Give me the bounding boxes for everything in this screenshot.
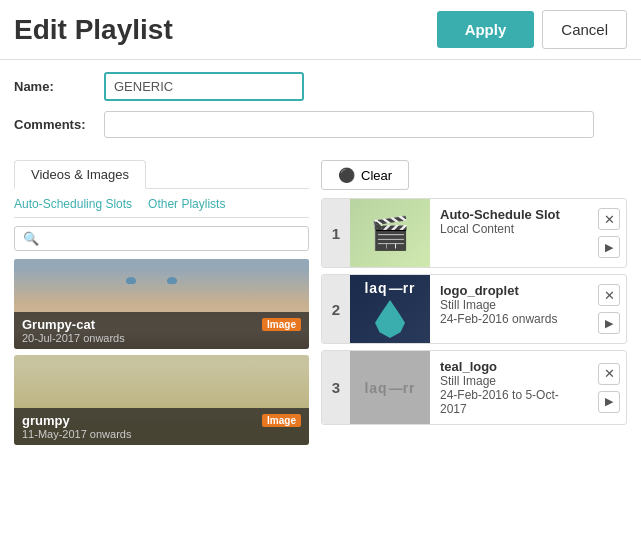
name-row: Name:	[14, 72, 627, 101]
film-icon: 🎬	[370, 214, 410, 252]
search-icon: 🔍	[23, 231, 39, 246]
droplet-icon	[375, 300, 405, 338]
media-name-1: Grumpy-cat Image	[22, 317, 301, 332]
tab-videos-images[interactable]: Videos & Images	[14, 160, 146, 189]
clear-icon: ⚫	[338, 167, 355, 183]
expand-button-2[interactable]: ▶	[598, 312, 620, 334]
main-content: Videos & Images Auto-Scheduling Slots Ot…	[0, 160, 641, 445]
list-item[interactable]: grumpy Image 11-May-2017 onwards	[14, 355, 309, 445]
tab-bar: Videos & Images	[14, 160, 309, 189]
playlist-date-3: 24-Feb-2016 to 5-Oct-2017	[440, 388, 582, 416]
playlist-thumb-3: laq⸻rr	[350, 351, 430, 424]
playlist-actions-3: ✕ ▶	[592, 351, 626, 424]
laqrr-logo-gray: laq⸻rr	[364, 380, 415, 396]
list-item[interactable]: Grumpy-cat Image 20-Jul-2017 onwards	[14, 259, 309, 349]
right-panel: ⚫ Clear 1 🎬 Auto-Schedule Slot Local Con…	[321, 160, 627, 445]
playlist-info-3: teal_logo Still Image 24-Feb-2016 to 5-O…	[430, 351, 592, 424]
playlist-subtitle-3: Still Image	[440, 374, 582, 388]
playlist-info-1: Auto-Schedule Slot Local Content	[430, 199, 592, 267]
comments-row: Comments:	[14, 111, 627, 138]
table-row: 2 laq⸻rr logo_droplet Still Image 24-Feb…	[321, 274, 627, 344]
comments-input[interactable]	[104, 111, 594, 138]
media-overlay-2: grumpy Image 11-May-2017 onwards	[14, 408, 309, 445]
laqrr-logo-text: laq⸻rr	[364, 280, 415, 296]
search-box: 🔍	[14, 226, 309, 251]
media-list: Grumpy-cat Image 20-Jul-2017 onwards gru…	[14, 259, 309, 445]
header: Edit Playlist Apply Cancel	[0, 0, 641, 60]
expand-button-1[interactable]: ▶	[598, 236, 620, 258]
table-row: 3 laq⸻rr teal_logo Still Image 24-Feb-20…	[321, 350, 627, 425]
playlist-info-2: logo_droplet Still Image 24-Feb-2016 onw…	[430, 275, 592, 343]
playlist-thumb-1: 🎬	[350, 199, 430, 267]
media-date-2: 11-May-2017 onwards	[22, 428, 301, 440]
sub-nav: Auto-Scheduling Slots Other Playlists	[14, 189, 309, 218]
remove-button-2[interactable]: ✕	[598, 284, 620, 306]
media-date-1: 20-Jul-2017 onwards	[22, 332, 301, 344]
remove-button-1[interactable]: ✕	[598, 208, 620, 230]
media-badge-2: Image	[262, 414, 301, 427]
sub-nav-auto-scheduling[interactable]: Auto-Scheduling Slots	[14, 197, 132, 211]
clear-bar: ⚫ Clear	[321, 160, 627, 190]
name-label: Name:	[14, 79, 104, 94]
sub-nav-other-playlists[interactable]: Other Playlists	[148, 197, 225, 211]
left-panel: Videos & Images Auto-Scheduling Slots Ot…	[14, 160, 309, 445]
remove-button-3[interactable]: ✕	[598, 363, 620, 385]
playlist-number-3: 3	[322, 351, 350, 424]
comments-label: Comments:	[14, 117, 104, 132]
expand-button-3[interactable]: ▶	[598, 391, 620, 413]
media-name-2: grumpy Image	[22, 413, 301, 428]
page-title: Edit Playlist	[14, 14, 437, 46]
thumb2-inner: laq⸻rr	[350, 275, 430, 343]
playlist-title-2: logo_droplet	[440, 283, 582, 298]
table-row: 1 🎬 Auto-Schedule Slot Local Content ✕ ▶	[321, 198, 627, 268]
playlist-actions-2: ✕ ▶	[592, 275, 626, 343]
media-overlay-1: Grumpy-cat Image 20-Jul-2017 onwards	[14, 312, 309, 349]
playlist-actions-1: ✕ ▶	[592, 199, 626, 267]
cancel-button[interactable]: Cancel	[542, 10, 627, 49]
playlist-title-1: Auto-Schedule Slot	[440, 207, 582, 222]
playlist-title-3: teal_logo	[440, 359, 582, 374]
search-input[interactable]	[45, 231, 300, 246]
name-input[interactable]	[104, 72, 304, 101]
playlist-date-2: 24-Feb-2016 onwards	[440, 312, 582, 326]
clear-button[interactable]: ⚫ Clear	[321, 160, 409, 190]
form-area: Name: Comments:	[0, 60, 641, 160]
playlist-list: 1 🎬 Auto-Schedule Slot Local Content ✕ ▶…	[321, 198, 627, 425]
media-badge-1: Image	[262, 318, 301, 331]
apply-button[interactable]: Apply	[437, 11, 535, 48]
playlist-subtitle-2: Still Image	[440, 298, 582, 312]
playlist-number-2: 2	[322, 275, 350, 343]
playlist-subtitle-1: Local Content	[440, 222, 582, 236]
playlist-number-1: 1	[322, 199, 350, 267]
playlist-thumb-2: laq⸻rr	[350, 275, 430, 343]
